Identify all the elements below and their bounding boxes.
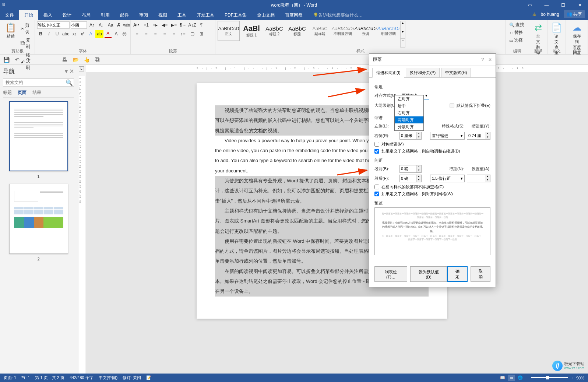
special-combo[interactable]: 首行缩进▾ bbox=[430, 132, 465, 140]
superscript-button[interactable]: x² bbox=[79, 30, 86, 38]
tab-baidu[interactable]: 百度网盘 bbox=[280, 10, 308, 20]
dialog-help-icon[interactable]: ? bbox=[481, 57, 484, 62]
enclose-button[interactable]: ㊥ bbox=[121, 30, 128, 38]
auto-right-indent-checkbox[interactable] bbox=[374, 149, 379, 154]
ok-button[interactable]: 确定 bbox=[447, 266, 468, 282]
dialog-tab-linebreak[interactable]: 换行和分页(P) bbox=[406, 68, 440, 77]
mirror-indent-checkbox[interactable] bbox=[374, 142, 379, 147]
zoom-in-button[interactable]: + bbox=[571, 376, 573, 380]
increase-indent-button[interactable]: ▶≡ bbox=[170, 21, 178, 29]
tab-file[interactable]: 文件 bbox=[0, 10, 19, 20]
style-h2[interactable]: AaBbC标题 2 bbox=[263, 21, 285, 41]
find-button[interactable]: 🔍查找 bbox=[508, 21, 527, 29]
search-icon[interactable]: 🔍 bbox=[65, 79, 74, 86]
shrink-font-button[interactable]: A↓ bbox=[97, 21, 105, 29]
indent-right-spinner[interactable]: ▲▼ bbox=[399, 132, 422, 140]
phonetic-button[interactable]: wén bbox=[123, 21, 131, 29]
nav-tab-pages[interactable]: 页面 bbox=[18, 90, 27, 96]
tab-kingsoft[interactable]: 金山文档 bbox=[252, 10, 280, 20]
page-thumbnail-1[interactable] bbox=[9, 101, 68, 171]
nav-tab-headings[interactable]: 标题 bbox=[3, 90, 12, 96]
style-intense-emphasis[interactable]: AaBbCcDı明显强调 bbox=[377, 21, 399, 41]
styles-down-button[interactable]: ▼ bbox=[401, 30, 405, 39]
select-button[interactable]: ▭选择 bbox=[508, 36, 527, 44]
qat-save-button[interactable]: 💾 bbox=[2, 56, 10, 64]
bold-button[interactable]: B bbox=[37, 30, 44, 38]
status-page-of[interactable]: 第 1 页，共 2 页 bbox=[35, 375, 64, 381]
status-insert-icon[interactable]: 📝 bbox=[146, 375, 151, 380]
qat-extra-button[interactable]: ⿻ bbox=[94, 56, 102, 64]
strike-button[interactable]: abc bbox=[62, 30, 70, 38]
ltr-button[interactable]: ¶→ bbox=[179, 21, 187, 29]
tab-design[interactable]: 设计 bbox=[57, 10, 77, 20]
numbering-button[interactable]: ≡1 bbox=[142, 21, 150, 29]
align-center-button[interactable]: ≡ bbox=[142, 30, 150, 38]
line-spacing-combo[interactable]: 1.5 倍行距▾ bbox=[430, 175, 465, 182]
qat-open-button[interactable]: 📂 bbox=[71, 56, 80, 64]
align-option-center[interactable]: 居中 bbox=[395, 102, 423, 109]
close-icon[interactable]: ✕ bbox=[571, 0, 588, 10]
tab-references[interactable]: 引用 bbox=[96, 10, 115, 20]
style-subtitle[interactable]: AaBbC副标题 bbox=[309, 21, 331, 41]
style-title[interactable]: AaBbC标题 bbox=[286, 21, 308, 41]
nav-close-icon[interactable]: ▾ ✕ bbox=[65, 68, 74, 76]
at-value-spinner[interactable]: ▲▼ bbox=[467, 175, 490, 182]
bullets-button[interactable]: ≡• bbox=[133, 21, 141, 29]
qat-print-button[interactable]: 🖶 bbox=[60, 56, 68, 64]
qat-touch-button[interactable]: 👆 bbox=[82, 56, 91, 64]
zoom-level[interactable]: 90% bbox=[576, 376, 584, 380]
view-read-icon[interactable]: 📖 bbox=[500, 375, 505, 380]
decrease-indent-button[interactable]: ◀≡ bbox=[161, 21, 169, 29]
text-effects-button[interactable]: A bbox=[87, 30, 94, 38]
borders-button[interactable]: ⊞ bbox=[197, 30, 205, 38]
paste-button[interactable]: 📋 粘贴 bbox=[2, 21, 19, 48]
dialog-titlebar[interactable]: 段落 ? ✕ bbox=[369, 54, 496, 66]
status-lang[interactable]: 中文(中国) bbox=[99, 375, 117, 381]
styles-more-button[interactable]: ⌄ bbox=[401, 38, 405, 47]
dialog-tab-chinese[interactable]: 中文版式(H) bbox=[441, 68, 471, 77]
space-after-spinner[interactable]: ▲▼ bbox=[399, 175, 422, 182]
show-marks-button[interactable]: ¶ bbox=[197, 21, 205, 29]
minimize-icon[interactable]: — bbox=[538, 0, 555, 10]
sort-button[interactable]: A↓Z bbox=[188, 21, 196, 29]
status-words[interactable]: 442/480 个字 bbox=[70, 375, 94, 381]
tab-tools[interactable]: 工具 bbox=[172, 10, 191, 20]
set-default-button[interactable]: 设为默认值(D) bbox=[410, 266, 447, 282]
status-page[interactable]: 页面: 1 bbox=[4, 375, 16, 381]
ribbon-options-icon[interactable]: ▭ bbox=[522, 0, 538, 10]
distribute-button[interactable]: ≡ bbox=[170, 30, 178, 38]
zoom-slider[interactable] bbox=[531, 377, 568, 378]
replace-button[interactable]: ↔替换 bbox=[508, 29, 527, 36]
dialog-tab-indent[interactable]: 缩进和间距(I) bbox=[372, 68, 404, 78]
grow-font-button[interactable]: A↑ bbox=[88, 21, 96, 29]
indent-by-spinner[interactable]: ▲▼ bbox=[467, 132, 490, 140]
font-family-select[interactable] bbox=[37, 21, 70, 29]
change-case-button[interactable]: Aa bbox=[106, 21, 115, 29]
font-color-button[interactable]: A bbox=[105, 30, 112, 38]
align-left-button[interactable]: ≡ bbox=[133, 30, 141, 38]
shading-button[interactable]: ▢ bbox=[188, 30, 196, 38]
tab-view[interactable]: 视图 bbox=[153, 10, 172, 20]
tab-pdf[interactable]: PDF工具集 bbox=[219, 10, 252, 20]
tab-review[interactable]: 审阅 bbox=[134, 10, 153, 20]
tab-layout[interactable]: 布局 bbox=[77, 10, 96, 20]
align-option-distribute[interactable]: 分散对齐 bbox=[395, 123, 423, 130]
space-before-spinner[interactable]: ▲▼ bbox=[399, 165, 422, 173]
subscript-button[interactable]: x₂ bbox=[71, 30, 78, 38]
clear-format-button[interactable]: A̸ bbox=[116, 21, 122, 29]
tell-me-input[interactable]: 💡 告诉我您想要做什么… bbox=[308, 10, 368, 20]
cut-button[interactable]: ✂剪切 bbox=[19, 22, 32, 36]
tab-insert[interactable]: 插入 bbox=[38, 10, 57, 20]
vertical-ruler[interactable]: L 1 · 2 · 3 · 4 · 5 · 6 · 7 · 8 · 9 · 10… bbox=[77, 65, 86, 376]
line-spacing-button[interactable]: ↕≡ bbox=[179, 30, 187, 38]
page-thumbnail-2[interactable] bbox=[9, 184, 68, 254]
styles-up-button[interactable]: ▲ bbox=[401, 21, 405, 30]
user-name[interactable]: bo huang bbox=[541, 12, 559, 17]
view-print-icon[interactable]: ▭ bbox=[508, 375, 515, 381]
char-shading-button[interactable]: A bbox=[113, 30, 120, 38]
tabs-button[interactable]: 制表位(T)… bbox=[374, 266, 407, 282]
align-option-right[interactable]: 右对齐 bbox=[395, 109, 423, 116]
share-button[interactable]: 👥 共享 bbox=[564, 10, 585, 18]
tab-mailings[interactable]: 邮件 bbox=[115, 10, 134, 20]
cancel-button[interactable]: 取消 bbox=[471, 266, 490, 282]
